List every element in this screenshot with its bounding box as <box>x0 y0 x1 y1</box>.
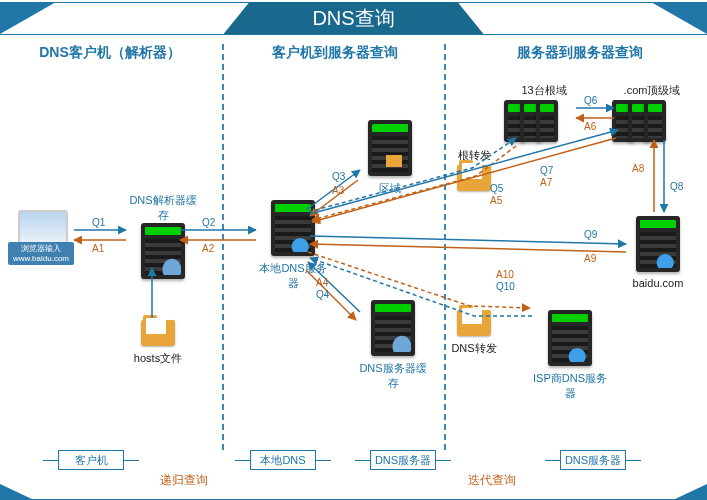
stage-lane: 客户机 本地DNS DNS服务器 DNS服务器 递归查询 迭代查询 <box>0 450 707 470</box>
column-header-s2s: 服务器到服务器查询 <box>480 44 680 66</box>
baidu-node: baidu.com <box>628 216 688 289</box>
svg-text:Q6: Q6 <box>584 95 598 106</box>
isp-dns-label: ISP商DNS服务器 <box>530 371 610 401</box>
diagram-title: DNS查询 <box>224 2 484 34</box>
server-icon <box>368 120 412 176</box>
stage-dns-srv-2: DNS服务器 <box>560 450 626 470</box>
svg-text:A1: A1 <box>92 243 105 254</box>
zone-node: 区域 <box>360 120 420 196</box>
svg-text:A10: A10 <box>496 269 514 280</box>
server-icon <box>371 300 415 356</box>
svg-text:A2: A2 <box>202 243 215 254</box>
divider-2 <box>444 44 446 450</box>
client-laptop: 浏览器输入 www.baidu.com <box>12 210 70 256</box>
connector-layer: Q1 A1 Q2 A2 Q3 A3 Q4 A4 Q5 A5 Q6 A6 Q7 A… <box>0 0 707 500</box>
server-icon <box>636 216 680 272</box>
hosts-file-node: hosts文件 <box>128 320 188 366</box>
svg-text:A8: A8 <box>632 163 645 174</box>
local-dns-node: 本地DNS服务器 <box>258 200 328 291</box>
root-servers-label: 13台根域 <box>504 83 584 98</box>
baidu-label: baidu.com <box>628 277 688 289</box>
svg-text:A3: A3 <box>332 185 345 196</box>
svg-line-31 <box>310 236 626 244</box>
root-forward-label: 根转发 <box>450 148 498 163</box>
corner-tl <box>0 2 56 34</box>
svg-text:A5: A5 <box>490 195 503 206</box>
root-forward-node: 根转发 <box>450 145 498 193</box>
svg-text:Q2: Q2 <box>202 217 216 228</box>
folder-icon <box>141 320 175 346</box>
corner-tr <box>651 2 707 34</box>
server-cluster-icon <box>504 100 584 142</box>
svg-text:Q7: Q7 <box>540 165 554 176</box>
local-dns-label: 本地DNS服务器 <box>258 261 328 291</box>
tld-node: .com顶级域 <box>612 80 692 142</box>
server-icon <box>548 310 592 366</box>
browser-url-badge: 浏览器输入 www.baidu.com <box>8 242 74 265</box>
svg-text:Q9: Q9 <box>584 229 598 240</box>
header-rule <box>0 34 707 35</box>
phase-recursive: 递归查询 <box>160 472 208 489</box>
isp-dns-node: ISP商DNS服务器 <box>530 310 610 401</box>
hosts-file-label: hosts文件 <box>128 351 188 366</box>
svg-text:Q1: Q1 <box>92 217 106 228</box>
divider-1 <box>222 44 224 450</box>
badge-line2: www.baidu.com <box>13 254 69 263</box>
phase-iterative: 迭代查询 <box>468 472 516 489</box>
folder-icon <box>457 165 491 191</box>
stage-dns-srv-1: DNS服务器 <box>370 450 436 470</box>
corner-bl <box>0 484 34 500</box>
svg-text:Q8: Q8 <box>670 181 684 192</box>
svg-text:A6: A6 <box>584 121 597 132</box>
svg-text:A7: A7 <box>540 177 553 188</box>
diagram-title-bar: DNS查询 <box>224 2 484 34</box>
stage-local-dns: 本地DNS <box>250 450 316 470</box>
dns-forward-node: DNS转发 <box>450 310 498 356</box>
dns-forward-label: DNS转发 <box>450 341 498 356</box>
column-header-c2s: 客户机到服务器查询 <box>235 44 435 66</box>
tld-label: .com顶级域 <box>612 83 692 98</box>
dns-cache-node: DNS服务器缓存 <box>358 300 428 391</box>
server-cluster-icon <box>612 100 692 142</box>
stage-client: 客户机 <box>58 450 124 470</box>
svg-text:Q10: Q10 <box>496 281 515 292</box>
corner-br <box>673 484 707 500</box>
zone-label: 区域 <box>360 181 420 196</box>
column-header-client: DNS客户机（解析器） <box>10 44 210 66</box>
svg-text:A9: A9 <box>584 253 597 264</box>
server-icon <box>141 223 185 279</box>
resolver-cache-label: DNS解析器缓存 <box>128 193 198 223</box>
svg-line-32 <box>310 244 626 252</box>
svg-text:Q3: Q3 <box>332 171 346 182</box>
root-servers-node: 13台根域 <box>504 80 584 142</box>
folder-icon <box>457 310 491 336</box>
dns-cache-label: DNS服务器缓存 <box>358 361 428 391</box>
resolver-cache-node: DNS解析器缓存 <box>128 190 198 281</box>
server-icon <box>271 200 315 256</box>
badge-line1: 浏览器输入 <box>21 244 61 253</box>
